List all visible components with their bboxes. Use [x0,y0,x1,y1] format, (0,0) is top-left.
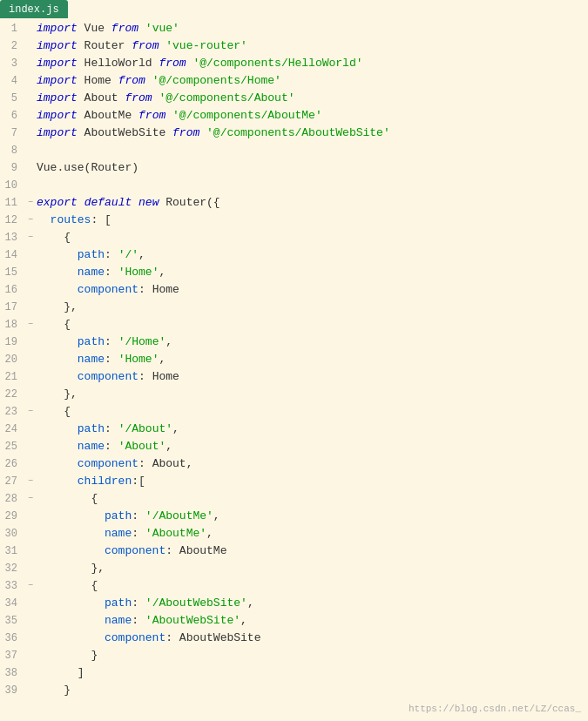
code-content: import AboutWebSite from '@/components/A… [37,125,588,142]
code-content: { [37,229,588,246]
code-content: } [37,647,588,664]
code-line: 27− children:[ [0,473,588,490]
code-line: 34 path: '/AboutWebSite', [0,595,588,612]
code-line: 30 name: 'AboutMe', [0,525,588,542]
code-content: { [37,577,588,595]
line-number: 17 [0,299,24,316]
code-content: { [37,490,588,508]
line-number: 22 [0,386,24,403]
line-number: 33 [0,577,24,595]
code-content: children:[ [37,473,588,490]
editor-container: index.js 1import Vue from 'vue'2import R… [0,0,588,721]
line-number: 39 [0,682,24,699]
fold-gutter[interactable]: − [24,212,37,229]
code-line: 37 } [0,647,588,664]
line-number: 7 [0,125,24,142]
line-number: 15 [0,264,24,281]
line-number: 18 [0,316,24,334]
code-line: 32 }, [0,560,588,577]
line-number: 30 [0,525,24,542]
code-content: path: '/Home', [37,334,588,351]
code-line: 13− { [0,229,588,246]
fold-gutter[interactable]: − [24,316,37,334]
line-number: 2 [0,37,24,55]
code-line: 21 component: Home [0,368,588,386]
code-content: import About from '@/components/About' [37,90,588,107]
line-number: 34 [0,595,24,612]
line-number: 11 [0,194,24,212]
code-content: export default new Router({ [37,194,588,212]
code-line: 6import AboutMe from '@/components/About… [0,107,588,125]
code-line: 19 path: '/Home', [0,334,588,351]
code-content: import Home from '@/components/Home' [37,72,588,90]
line-number: 28 [0,490,24,508]
code-line: 25 name: 'About', [0,438,588,455]
code-content: routes: [ [37,212,588,229]
code-line: 33− { [0,577,588,595]
code-line: 23− { [0,403,588,421]
line-number: 35 [0,612,24,630]
line-number: 24 [0,421,24,438]
code-line: 1import Vue from 'vue' [0,20,588,37]
code-line: 14 path: '/', [0,246,588,264]
line-number: 14 [0,246,24,264]
tab-bar[interactable]: index.js [0,0,68,18]
line-number: 4 [0,72,24,90]
fold-gutter[interactable]: − [24,229,37,246]
code-line: 31 component: AboutMe [0,542,588,560]
code-line: 3import HelloWorld from '@/components/He… [0,55,588,72]
line-number: 26 [0,455,24,473]
line-number: 37 [0,647,24,664]
code-content: name: 'About', [37,438,588,455]
code-line: 22 }, [0,386,588,403]
code-content: path: '/AboutWebSite', [37,595,588,612]
code-content: component: About, [37,455,588,473]
code-line: 12− routes: [ [0,212,588,229]
code-line: 24 path: '/About', [0,421,588,438]
code-content: ] [37,664,588,682]
code-line: 7import AboutWebSite from '@/components/… [0,125,588,142]
code-content: { [37,316,588,334]
code-line: 38 ] [0,664,588,682]
code-line: 35 name: 'AboutWebSite', [0,612,588,630]
line-number: 27 [0,473,24,490]
line-number: 16 [0,281,24,299]
code-content: component: AboutWebSite [37,630,588,647]
line-number: 29 [0,508,24,525]
line-number: 6 [0,107,24,125]
line-number: 5 [0,90,24,107]
code-area: 1import Vue from 'vue'2import Router fro… [0,18,588,701]
code-content: component: Home [37,368,588,386]
code-line: 5import About from '@/components/About' [0,90,588,107]
line-number: 31 [0,542,24,560]
line-number: 23 [0,403,24,421]
tab-label: index.js [9,3,59,16]
code-content: import HelloWorld from '@/components/Hel… [37,55,588,72]
code-line: 9Vue.use(Router) [0,159,588,177]
fold-gutter[interactable]: − [24,577,37,595]
line-number: 25 [0,438,24,455]
watermark: https://blog.csdn.net/LZ/ccas_ [409,704,581,714]
code-content: import Vue from 'vue' [37,20,588,37]
code-line: 11−export default new Router({ [0,194,588,212]
line-number: 10 [0,177,24,194]
fold-gutter[interactable]: − [24,490,37,508]
line-number: 13 [0,229,24,246]
code-line: 29 path: '/AboutMe', [0,508,588,525]
code-line: 4import Home from '@/components/Home' [0,72,588,90]
code-line: 16 component: Home [0,281,588,299]
fold-gutter[interactable]: − [24,403,37,421]
fold-gutter[interactable]: − [24,194,37,212]
line-number: 36 [0,630,24,647]
code-content: }, [37,299,588,316]
code-line: 18− { [0,316,588,334]
code-content: path: '/', [37,246,588,264]
line-number: 12 [0,212,24,229]
fold-gutter[interactable]: − [24,473,37,490]
code-content: import Router from 'vue-router' [37,37,588,55]
code-content: component: Home [37,281,588,299]
code-line: 17 }, [0,299,588,316]
code-content: }, [37,560,588,577]
code-line: 39 } [0,682,588,699]
code-content: name: 'Home', [37,264,588,281]
